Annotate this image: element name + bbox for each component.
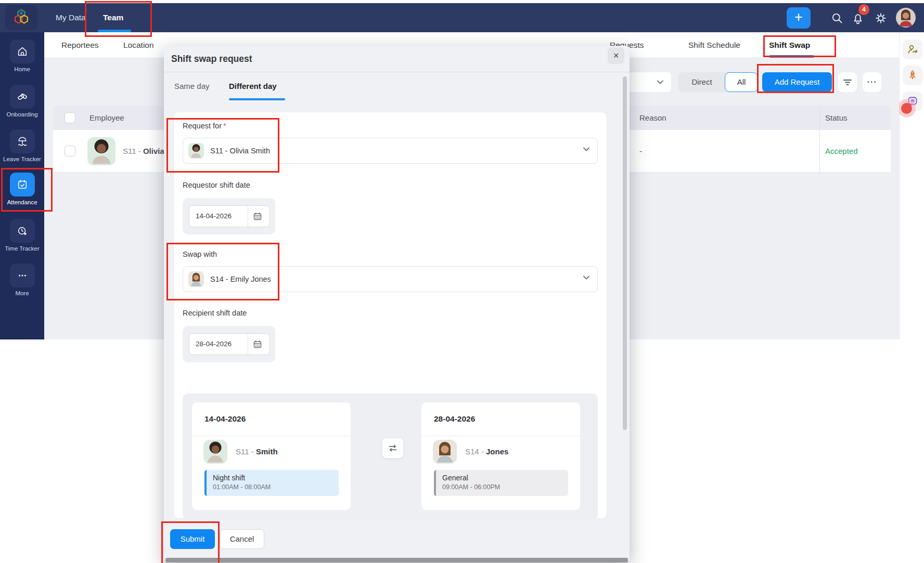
calendar-icon[interactable] <box>253 212 262 221</box>
employee-avatar <box>87 137 116 165</box>
sidebar-item-time-tracker[interactable]: Time Tracker <box>0 219 44 252</box>
submit-button[interactable]: Submit <box>170 529 215 549</box>
recipient-date-field: 28-04-2026 <box>183 326 275 362</box>
more-options-button[interactable]: ··· <box>863 72 881 92</box>
time-tracker-clock-icon <box>10 219 35 243</box>
sidebar-item-onboarding[interactable]: Onboarding <box>0 85 44 117</box>
request-for-avatar <box>188 143 204 159</box>
add-request-button[interactable]: Add Request <box>762 72 832 92</box>
chevron-down-icon <box>583 147 590 152</box>
sidebar-item-more[interactable]: More <box>0 264 44 296</box>
request-for-dropdown[interactable]: S11 - Olivia Smith <box>183 138 598 164</box>
request-for-label: Request for* <box>183 122 226 130</box>
shift-time: 01:00AM - 08:00AM <box>213 483 339 491</box>
filter-button[interactable] <box>838 72 857 92</box>
shift-comparison-panel: 14-04-2026 S11 - Smith Night shift 01:00… <box>183 394 598 519</box>
recipient-date-input[interactable]: 28-04-2026 <box>189 333 270 355</box>
modal-tab-same-day[interactable]: Same day <box>174 72 210 100</box>
sidebar-item-attendance[interactable]: Attendance <box>0 173 44 205</box>
gear-icon[interactable] <box>874 11 888 25</box>
close-icon[interactable]: ✕ <box>608 47 624 64</box>
subnav-tab-location[interactable]: Location <box>123 32 154 58</box>
tab-my-data[interactable]: My Data <box>56 3 86 32</box>
recipient-card-avatar <box>433 440 457 464</box>
column-divider <box>819 106 820 173</box>
requestor-card-date: 14-04-2026 <box>204 409 246 429</box>
add-button[interactable]: + <box>787 7 811 29</box>
home-icon <box>10 40 35 63</box>
subnav-tab-shift-schedule[interactable]: Shift Schedule <box>688 32 740 58</box>
recipient-shift-date-label: Recipient shift date <box>183 309 247 317</box>
cancel-button[interactable]: Cancel <box>220 529 264 549</box>
sidebar-label-attendance: Attendance <box>0 199 44 205</box>
rocket-icon[interactable] <box>903 66 922 85</box>
card-divider <box>192 436 351 436</box>
different-day-active-underline <box>229 98 285 100</box>
request-for-value: S11 - Olivia Smith <box>210 138 270 163</box>
hex-flower-logo-icon <box>11 8 31 28</box>
requestor-shift-chip: Night shift 01:00AM - 08:00AM <box>204 470 339 496</box>
swap-arrows-icon <box>382 438 404 459</box>
user-avatar[interactable] <box>896 8 916 28</box>
view-dropdown-partial[interactable] <box>627 72 671 92</box>
modal-bottom-scrollbar[interactable] <box>165 558 628 562</box>
more-ellipsis-icon <box>10 264 35 287</box>
shift-swap-request-modal: Shift swap request ✕ Same day Different … <box>164 46 630 560</box>
employee-id-prefix: S11 - <box>123 147 143 155</box>
date-input-divider <box>248 206 248 227</box>
top-bar: My Data Team + 4 <box>0 3 924 32</box>
recipient-shift-chip: General 09:00AM - 06:00PM <box>434 470 568 496</box>
requestor-date-field: 14-04-2026 <box>183 198 275 234</box>
subnav-tab-reportees[interactable]: Reportees <box>61 32 99 58</box>
segment-direct[interactable]: Direct <box>686 72 718 92</box>
requestor-card-avatar <box>203 440 227 464</box>
beach-umbrella-icon <box>10 129 35 153</box>
column-header-reason[interactable]: Reason <box>639 106 666 130</box>
calendar-icon[interactable] <box>253 339 262 349</box>
attendance-calendar-icon <box>10 173 35 197</box>
recipient-date-value: 28-04-2026 <box>196 334 232 355</box>
handshake-icon <box>10 85 35 109</box>
shift-time: 09:00AM - 06:00PM <box>442 483 568 491</box>
zoho-people-logo[interactable] <box>5 5 37 30</box>
filter-icon <box>843 78 852 86</box>
select-all-checkbox[interactable] <box>65 112 75 123</box>
swap-with-value: S14 - Emily Jones <box>210 267 271 292</box>
search-icon[interactable] <box>830 11 844 25</box>
right-utility-rail <box>899 32 924 339</box>
alert-red-dot <box>901 103 912 114</box>
swap-with-dropdown[interactable]: S14 - Emily Jones <box>183 266 598 292</box>
required-asterisk: * <box>223 122 226 130</box>
shift-name: Night shift <box>213 474 339 482</box>
sidebar-item-leave-tracker[interactable]: Leave Tracker <box>0 129 44 162</box>
shift-swap-active-underline <box>769 55 814 58</box>
subnav-tab-shift-swap[interactable]: Shift Swap <box>769 32 810 58</box>
notification-count-badge: 4 <box>858 4 869 15</box>
tab-team[interactable]: Team <box>103 3 123 32</box>
recipient-shift-card: 28-04-2026 S14 - Jones General 09:00AM -… <box>421 402 580 510</box>
chevron-down-icon <box>657 80 664 85</box>
sidebar-item-home[interactable]: Home <box>0 40 44 72</box>
reason-cell: - <box>639 137 642 165</box>
sidebar-label-leave-tracker: Leave Tracker <box>0 156 44 162</box>
card-divider <box>421 436 580 436</box>
date-input-divider <box>248 334 248 355</box>
sidebar-label-home: Home <box>0 66 44 72</box>
shift-name: General <box>442 474 568 482</box>
column-header-employee[interactable]: Employee <box>89 106 124 130</box>
row-checkbox[interactable] <box>65 146 75 156</box>
column-header-status[interactable]: Status <box>825 106 848 130</box>
requestor-shift-card: 14-04-2026 S11 - Smith Night shift 01:00… <box>192 402 351 510</box>
chevron-down-icon <box>583 275 590 280</box>
app-screen: My Data Team + 4 <box>0 0 924 563</box>
swap-with-avatar <box>188 271 204 287</box>
modal-tab-different-day[interactable]: Different day <box>229 72 277 100</box>
requestor-shift-date-label: Requestor shift date <box>183 181 250 189</box>
recipient-card-name: S14 - Jones <box>465 440 508 464</box>
modal-scrollbar[interactable] <box>623 76 627 430</box>
segment-all[interactable]: All <box>725 72 758 92</box>
share-user-icon[interactable] <box>903 40 922 59</box>
sidebar-label-onboarding: Onboarding <box>0 111 44 117</box>
sidebar-label-time-tracker: Time Tracker <box>0 245 44 252</box>
requestor-date-input[interactable]: 14-04-2026 <box>189 205 270 227</box>
